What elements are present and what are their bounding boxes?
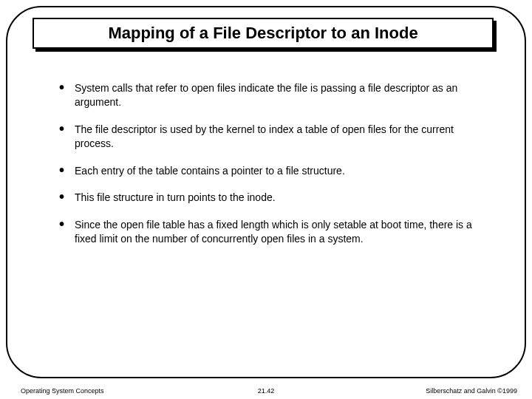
bullet-icon: • — [59, 191, 64, 202]
list-item: • The file descriptor is used by the ker… — [59, 123, 495, 151]
bullet-icon: • — [59, 123, 64, 134]
bullet-text: System calls that refer to open files in… — [75, 81, 495, 109]
list-item: • System calls that refer to open files … — [59, 81, 495, 109]
list-item: • Each entry of the table contains a poi… — [59, 164, 495, 178]
slide-title: Mapping of a File Descriptor to an Inode — [108, 24, 417, 43]
bullet-icon: • — [59, 218, 64, 230]
footer: Operating System Concepts 21.42 Silbersc… — [0, 383, 532, 395]
bullet-icon: • — [59, 81, 64, 93]
bullet-text: The file descriptor is used by the kerne… — [75, 123, 495, 151]
bullet-text: Since the open file table has a fixed le… — [75, 218, 495, 246]
list-item: • Since the open file table has a fixed … — [59, 218, 495, 246]
bullet-text: This file structure in turn points to th… — [75, 191, 276, 205]
list-item: • This file structure in turn points to … — [59, 191, 495, 205]
content-area: • System calls that refer to open files … — [59, 81, 495, 259]
title-box: Mapping of a File Descriptor to an Inode — [33, 18, 494, 49]
bullet-icon: • — [59, 164, 64, 176]
footer-right: Silberschatz and Galvin ©1999 — [426, 387, 517, 395]
bullet-text: Each entry of the table contains a point… — [75, 164, 345, 178]
